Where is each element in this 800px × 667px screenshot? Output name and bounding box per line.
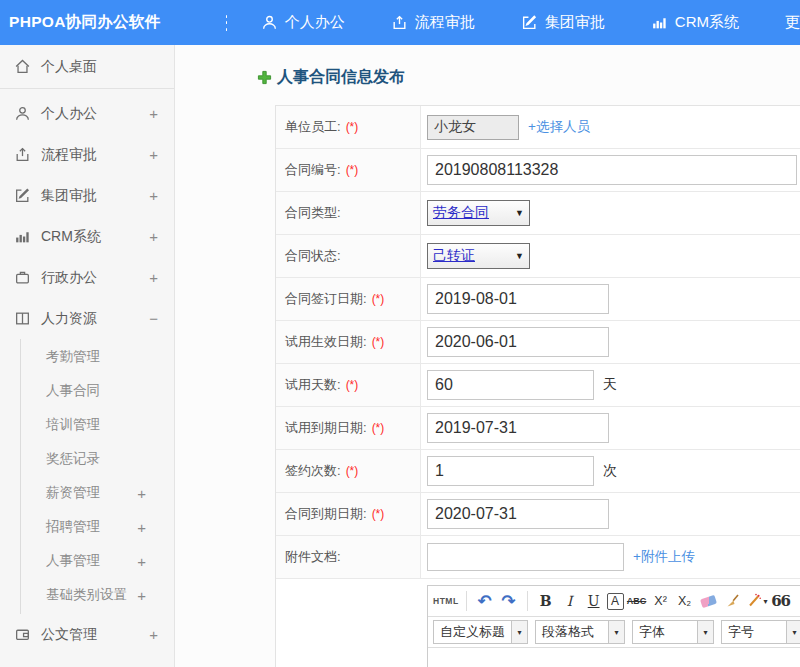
field-label: 签约次数: <box>285 462 341 480</box>
sign-count-input[interactable] <box>427 456 594 486</box>
sidebar-item-attendance[interactable]: 考勤管理 <box>21 340 174 374</box>
expand-icon[interactable]: + <box>149 187 158 204</box>
sidebar-item-group-approval[interactable]: 集团审批 + <box>0 175 174 216</box>
field-label: 试用天数: <box>285 376 341 394</box>
trial-start-date-input[interactable] <box>427 327 609 357</box>
underline-button[interactable]: U <box>583 589 605 613</box>
sign-date-input[interactable] <box>427 284 609 314</box>
expand-icon[interactable]: + <box>137 587 146 604</box>
nav-process-approval[interactable]: 流程审批 <box>391 13 475 32</box>
expand-icon[interactable]: + <box>149 228 158 245</box>
field-label: 合同类型: <box>285 204 341 222</box>
html-source-button[interactable]: HTML <box>433 589 459 613</box>
sidebar-item-salary[interactable]: 薪资管理+ <box>21 476 174 510</box>
sidebar-item-vehicle-mgmt[interactable]: 用车管理 + <box>0 655 174 667</box>
collapse-icon[interactable]: − <box>149 310 158 327</box>
field-label: 合同签订日期: <box>285 290 367 308</box>
form-row: 合同到期日期:(*) <box>276 493 800 536</box>
field-label: 试用生效日期: <box>285 333 367 351</box>
redo-icon[interactable]: ↷ <box>498 589 520 613</box>
expand-icon[interactable]: + <box>149 105 158 122</box>
process-icon <box>14 146 31 163</box>
select-person-link[interactable]: +选择人员 <box>528 118 590 136</box>
unit-label: 次 <box>603 462 617 480</box>
form-row: 试用生效日期:(*) <box>276 321 800 364</box>
sidebar-item-personal-desktop[interactable]: 个人桌面 <box>0 45 174 89</box>
briefcase-icon <box>14 269 31 286</box>
sidebar-item-process-approval[interactable]: 流程审批 + <box>0 134 174 175</box>
editor-toolbar-2: 自定义标题▾ 段落格式▾ 字体▾ 字号▾ <box>428 617 800 648</box>
attachment-input[interactable] <box>427 543 624 571</box>
form-row: HTML ↶ ↷ B I U A ABC X² X₂ <box>276 579 800 667</box>
chevron-down-icon: ▾ <box>697 621 713 643</box>
sidebar-item-admin-office[interactable]: 行政办公 + <box>0 257 174 298</box>
font-family-select[interactable]: 字体▾ <box>632 620 714 644</box>
field-label: 合同状态: <box>285 247 341 265</box>
sidebar-item-document-mgmt[interactable]: 公文管理 + <box>0 614 174 655</box>
chevron-down-icon: ▾ <box>764 597 768 606</box>
magic-format-icon[interactable]: ▾ <box>746 589 768 613</box>
sidebar-item-rewards[interactable]: 奖惩记录 <box>21 442 174 476</box>
field-label: 合同到期日期: <box>285 505 367 523</box>
expand-icon[interactable]: + <box>149 269 158 286</box>
eraser-icon[interactable] <box>698 589 720 613</box>
form-row: 签约次数:(*) 次 <box>276 450 800 493</box>
form-row: 单位员工:(*) +选择人员 <box>276 106 800 149</box>
contract-type-select[interactable]: 劳务合同 ▼ <box>427 200 530 226</box>
strikethrough-button[interactable]: ABC <box>626 589 648 613</box>
required-mark: (*) <box>346 464 359 478</box>
sidebar-item-base-category[interactable]: 基础类别设置+ <box>21 578 174 612</box>
sidebar-item-crm[interactable]: CRM系统 + <box>0 216 174 257</box>
font-size-select[interactable]: 字号▾ <box>721 620 800 644</box>
form-row: 附件文档: +附件上传 <box>276 536 800 579</box>
expand-icon[interactable]: + <box>137 519 146 536</box>
clean-format-icon[interactable] <box>722 589 744 613</box>
expand-icon[interactable]: + <box>137 485 146 502</box>
blockquote-button[interactable]: 66 <box>770 589 792 613</box>
chart-icon <box>14 228 31 245</box>
contract-number-input[interactable] <box>427 155 797 185</box>
form-row: 合同状态: 己转证 ▼ <box>276 235 800 278</box>
nav-group-approval[interactable]: 集团审批 <box>521 13 605 32</box>
custom-title-select[interactable]: 自定义标题▾ <box>433 620 528 644</box>
sidebar-item-personal-office[interactable]: 个人办公 + <box>0 93 174 134</box>
nav-more[interactable]: 更 <box>785 13 800 32</box>
undo-icon[interactable]: ↶ <box>474 589 496 613</box>
sidebar-item-hr[interactable]: 人力资源 − <box>0 298 174 339</box>
user-icon <box>14 105 31 122</box>
add-icon <box>257 70 272 85</box>
attachment-upload-link[interactable]: +附件上传 <box>633 548 695 566</box>
sidebar-item-personnel-mgmt[interactable]: 人事管理+ <box>21 544 174 578</box>
expand-icon[interactable]: + <box>149 626 158 643</box>
home-icon <box>14 58 31 75</box>
sidebar-item-recruitment[interactable]: 招聘管理+ <box>21 510 174 544</box>
nav-personal-office[interactable]: 个人办公 <box>261 13 345 32</box>
form-row: 试用到期日期:(*) <box>276 407 800 450</box>
top-header: PHPOA协同办公软件 个人办公 流程审批 集团审批 CRM系统 更 <box>0 0 800 45</box>
employee-input[interactable] <box>427 115 519 140</box>
sidebar-item-personnel-contract[interactable]: 人事合同 <box>21 374 174 408</box>
contract-status-select[interactable]: 己转证 ▼ <box>427 243 530 269</box>
form-row: 试用天数:(*) 天 <box>276 364 800 407</box>
paragraph-format-select[interactable]: 段落格式▾ <box>535 620 625 644</box>
subscript-button[interactable]: X₂ <box>674 589 696 613</box>
field-label: 合同编号: <box>285 161 341 179</box>
chevron-down-icon: ▼ <box>515 251 524 261</box>
form-row: 合同类型: 劳务合同 ▼ <box>276 192 800 235</box>
contract-end-date-input[interactable] <box>427 499 609 529</box>
sidebar-item-training[interactable]: 培训管理 <box>21 408 174 442</box>
bold-button[interactable]: B <box>535 589 557 613</box>
italic-button[interactable]: I <box>559 589 581 613</box>
editor-content-area[interactable] <box>428 648 800 667</box>
chevron-down-icon: ▼ <box>515 208 524 218</box>
font-color-button[interactable]: A <box>607 593 624 610</box>
expand-icon[interactable]: + <box>137 553 146 570</box>
trial-days-input[interactable] <box>427 370 594 400</box>
expand-icon[interactable]: + <box>149 146 158 163</box>
nav-crm-system[interactable]: CRM系统 <box>651 13 739 32</box>
trial-end-date-input[interactable] <box>427 413 609 443</box>
field-label: 附件文档: <box>285 548 341 566</box>
required-mark: (*) <box>372 335 385 349</box>
superscript-button[interactable]: X² <box>650 589 672 613</box>
rich-text-editor: HTML ↶ ↷ B I U A ABC X² X₂ <box>427 585 800 667</box>
